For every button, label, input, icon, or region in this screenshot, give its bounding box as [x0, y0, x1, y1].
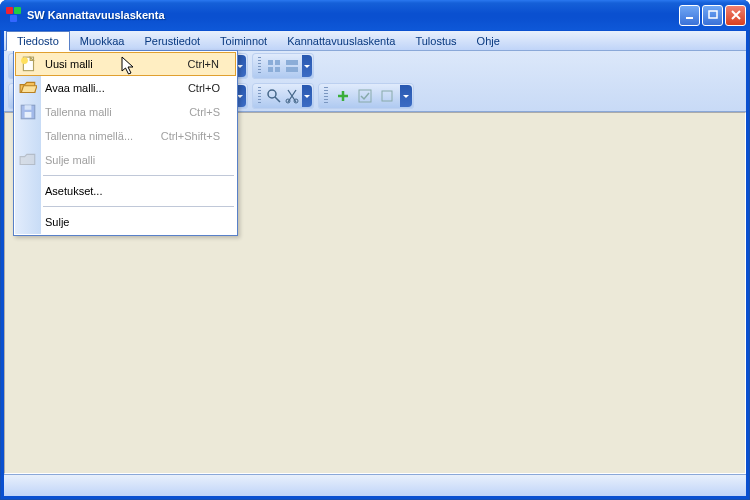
menu-item-shortcut: Ctrl+O	[188, 82, 236, 94]
svg-rect-9	[268, 67, 273, 72]
menu-help[interactable]: Ohje	[467, 31, 510, 50]
svg-rect-7	[268, 60, 273, 65]
menu-item-close-model: Sulje malli	[15, 148, 236, 172]
menu-print[interactable]: Tulostus	[405, 31, 466, 50]
svg-rect-0	[686, 17, 693, 19]
menu-item-open[interactable]: Avaa malli... Ctrl+O	[15, 76, 236, 100]
menu-basic[interactable]: Perustiedot	[134, 31, 210, 50]
toolbar-grip[interactable]	[258, 57, 261, 75]
menu-calc[interactable]: Kannattavuuslaskenta	[277, 31, 405, 50]
svg-rect-18	[382, 91, 392, 101]
menu-item-label: Avaa malli...	[45, 82, 188, 94]
menu-item-label: Tallenna malli	[45, 106, 189, 118]
menu-file[interactable]: Tiedosto	[6, 31, 70, 51]
window-title: SW Kannattavuuslaskenta	[27, 9, 679, 21]
toolbar-3	[252, 53, 314, 79]
menu-item-settings[interactable]: Asetukset...	[15, 179, 236, 203]
menu-item-label: Sulje	[45, 216, 236, 228]
svg-rect-12	[286, 67, 298, 72]
menu-item-label: Uusi malli	[45, 58, 188, 70]
toolbar-grip[interactable]	[258, 87, 261, 105]
menu-ops[interactable]: Toiminnot	[210, 31, 277, 50]
menu-item-shortcut: Ctrl+S	[189, 106, 236, 118]
svg-point-20	[21, 57, 28, 64]
minimize-button[interactable]	[679, 5, 700, 26]
menu-item-saveas: Tallenna nimellä... Ctrl+Shift+S	[15, 124, 236, 148]
titlebar[interactable]: SW Kannattavuuslaskenta	[0, 0, 750, 30]
menu-item-label: Tallenna nimellä...	[45, 130, 161, 142]
menu-separator	[43, 175, 234, 176]
search-icon[interactable]	[265, 85, 283, 107]
toolbar-overflow[interactable]	[400, 85, 412, 107]
svg-rect-8	[275, 60, 280, 65]
svg-rect-17	[359, 90, 371, 102]
toolbar-5	[318, 83, 414, 109]
menu-item-label: Sulje malli	[45, 154, 236, 166]
menu-item-save: Tallenna malli Ctrl+S	[15, 100, 236, 124]
svg-rect-11	[286, 60, 298, 65]
layout-icon[interactable]	[265, 55, 283, 77]
close-button[interactable]	[725, 5, 746, 26]
save-icon	[19, 103, 37, 121]
svg-point-13	[268, 90, 276, 98]
app-icon	[6, 7, 22, 23]
svg-rect-1	[709, 11, 717, 18]
add-icon[interactable]	[332, 85, 354, 107]
file-menu-dropdown: Uusi malli Ctrl+N Avaa malli... Ctrl+O T…	[13, 50, 238, 236]
layout-icon[interactable]	[283, 55, 301, 77]
menu-item-shortcut: Ctrl+Shift+S	[161, 130, 236, 142]
maximize-button[interactable]	[702, 5, 723, 26]
toolbar-overflow[interactable]	[302, 85, 312, 107]
toolbar-4	[252, 83, 314, 109]
close-model-icon	[19, 151, 37, 169]
menu-item-shortcut: Ctrl+N	[188, 58, 235, 70]
menu-item-exit[interactable]: Sulje	[15, 210, 236, 234]
check-icon[interactable]	[354, 85, 376, 107]
menu-item-new[interactable]: Uusi malli Ctrl+N	[15, 52, 236, 76]
menu-separator	[43, 206, 234, 207]
svg-rect-23	[25, 105, 32, 110]
menu-item-label: Asetukset...	[45, 185, 236, 197]
menubar: Tiedosto Muokkaa Perustiedot Toiminnot K…	[4, 31, 746, 51]
svg-rect-10	[275, 67, 280, 72]
menu-edit[interactable]: Muokkaa	[70, 31, 135, 50]
toolbar-overflow[interactable]	[302, 55, 312, 77]
cut-icon[interactable]	[283, 85, 301, 107]
toolbar-grip[interactable]	[324, 87, 328, 105]
statusbar	[4, 474, 746, 496]
toolbar-btn[interactable]	[376, 85, 398, 107]
svg-rect-22	[25, 112, 32, 118]
new-file-icon	[20, 56, 38, 74]
svg-line-14	[275, 97, 280, 102]
open-folder-icon	[19, 79, 37, 97]
